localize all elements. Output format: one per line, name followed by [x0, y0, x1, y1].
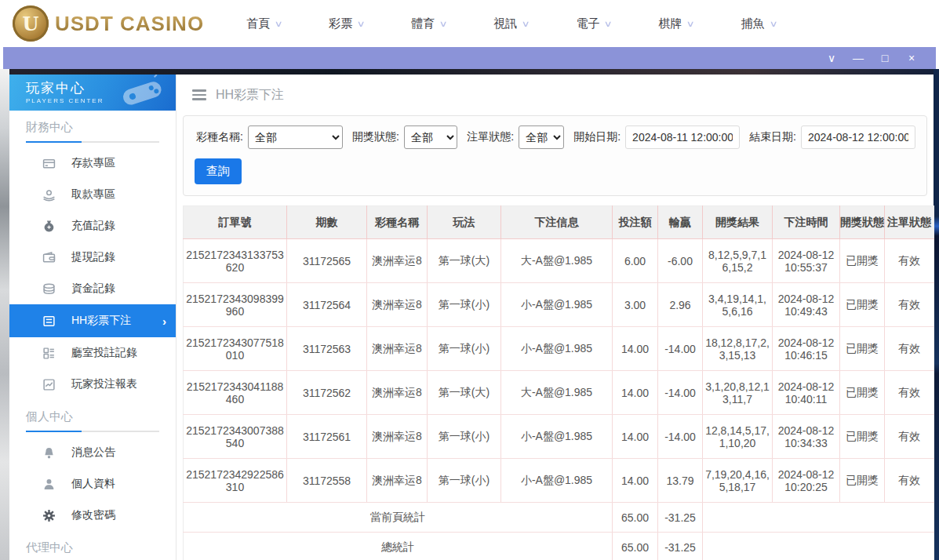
nav-item-electronic[interactable]: 電子∨: [576, 16, 611, 31]
page-summary-label: 當前頁統計: [184, 503, 613, 533]
table-cell: 已開獎: [840, 283, 885, 327]
section-divider: [26, 431, 159, 432]
order-status-label: 注單狀態:: [467, 130, 514, 144]
column-header: 期數: [287, 206, 367, 239]
column-header: 開獎狀態: [840, 206, 885, 239]
table-cell: 8,12,5,9,7,16,15,2: [703, 239, 773, 283]
sidebar: 玩家中心 PLAYERS CENTER 財務中心 存款專區: [9, 75, 177, 560]
chevron-down-icon: ∨: [522, 19, 530, 29]
deposit-card-icon: [42, 157, 56, 170]
table-cell: -14.00: [658, 327, 703, 371]
table-row: 215217234300738854031172561澳洲幸运8第一球(小)小-…: [184, 415, 934, 459]
table-cell: 13.79: [658, 459, 703, 503]
grand-summary-empty: [703, 533, 934, 560]
nav-item-home[interactable]: 首頁∨: [246, 16, 282, 31]
menu-toggle-icon[interactable]: [192, 89, 206, 100]
table-cell: 已開獎: [840, 415, 885, 459]
table-cell: 31172563: [287, 327, 367, 371]
table-cell: 14.00: [613, 371, 658, 415]
page-winloss-total: -31.25: [658, 503, 703, 533]
bet-list-icon: [42, 315, 56, 328]
lottery-name-label: 彩種名稱:: [196, 130, 243, 144]
table-cell: 2024-08-12 10:46:15: [773, 327, 840, 371]
table-cell: 6.00: [613, 239, 658, 283]
table-cell: 澳洲幸运8: [367, 327, 428, 371]
table-cell: -6.00: [658, 239, 703, 283]
sidebar-item-withdraw[interactable]: 取款專區: [9, 179, 176, 210]
table-row: 215217234313375362031172565澳洲幸运8第一球(大)大-…: [184, 239, 934, 283]
order-status-select[interactable]: 全部: [519, 125, 564, 149]
coins-icon: [42, 282, 56, 296]
table-header-row: 訂單號期數彩種名稱玩法下注信息投注額輸贏開獎結果下注時間開獎狀態注單狀態: [184, 206, 934, 239]
sidebar-item-announcements[interactable]: 消息公告: [9, 437, 176, 468]
table-cell: 2152172343041188460: [184, 371, 287, 415]
nav-item-chess[interactable]: 棋牌∨: [658, 16, 693, 31]
table-cell: 2152172342922586310: [184, 459, 287, 503]
chevron-down-icon: ∨: [769, 19, 777, 29]
chevron-down-icon: ∨: [686, 19, 695, 29]
table-cell: 2024-08-12 10:20:25: [773, 459, 840, 503]
table-cell: 3,1,20,8,12,13,11,7: [703, 371, 773, 415]
window-minimize-button[interactable]: —: [845, 47, 872, 69]
user-icon: [42, 478, 56, 491]
sidebar-item-withdraw-record[interactable]: 提現記錄: [9, 242, 176, 273]
lottery-name-select[interactable]: 全部: [248, 125, 343, 149]
sidebar-item-recharge-record[interactable]: 充值記錄: [9, 210, 176, 242]
table-cell: 14.00: [613, 459, 658, 503]
column-header: 開獎結果: [703, 206, 773, 239]
gear-icon: [42, 509, 56, 522]
table-row: 215217234309839996031172564澳洲幸运8第一球(小)小-…: [184, 283, 934, 327]
nav-item-video[interactable]: 視訊∨: [493, 16, 529, 31]
grand-summary-label: 總統計: [184, 533, 613, 560]
table-cell: 已開獎: [840, 371, 885, 415]
end-date-input[interactable]: [801, 125, 915, 149]
window-maximize-button[interactable]: □: [872, 47, 898, 69]
sidebar-item-deposit[interactable]: 存款專區: [9, 147, 176, 179]
table-cell: 2152172343077518010: [184, 327, 287, 371]
window-restore-button[interactable]: ∨: [818, 47, 845, 69]
table-cell: 小-A盤@1.985: [501, 415, 613, 459]
page-backdrop: [0, 69, 9, 560]
start-date-input[interactable]: [625, 125, 740, 149]
table-cell: 澳洲幸运8: [367, 415, 428, 459]
sidebar-item-player-bet-report[interactable]: 玩家投注報表: [9, 369, 176, 400]
table-cell: 3,4,19,14,1,5,6,16: [703, 283, 773, 327]
main-content: HH彩票下注 彩種名稱: 全部 開獎狀態: 全部 注單狀態: 全部 開始日期: …: [177, 75, 934, 560]
chevron-down-icon: ∨: [275, 19, 283, 29]
table-cell: 12,8,14,5,17,1,10,20: [703, 415, 773, 459]
table-cell: 澳洲幸运8: [367, 283, 428, 327]
table-cell: 第一球(小): [428, 283, 501, 327]
sidebar-item-room-bet-record[interactable]: 廳室投註記錄: [9, 337, 176, 369]
vertical-scrollbar[interactable]: [934, 69, 939, 560]
column-header: 訂單號: [184, 206, 287, 239]
window-close-button[interactable]: ×: [898, 47, 925, 69]
query-button[interactable]: 查詢: [195, 158, 242, 184]
nav-item-fishing[interactable]: 捕魚∨: [741, 16, 777, 31]
table-cell: 有效: [885, 283, 934, 327]
site-logo[interactable]: U USDT CASINO: [13, 5, 204, 42]
window-titlebar: ∨ — □ ×: [3, 47, 936, 69]
clipboard-list-icon: [42, 347, 56, 360]
draw-status-select[interactable]: 全部: [404, 125, 457, 149]
table-cell: 31172562: [287, 371, 367, 415]
sidebar-item-hh-lottery-bet[interactable]: HH彩票下注 ›: [9, 304, 176, 337]
table-cell: 小-A盤@1.985: [501, 459, 613, 503]
nav-item-lottery[interactable]: 彩票∨: [329, 16, 364, 31]
column-header: 玩法: [428, 206, 501, 239]
table-cell: 2152172343098399960: [184, 283, 287, 327]
grand-summary-row: 總統計 65.00 -31.25: [184, 533, 934, 560]
sidebar-item-profile[interactable]: 個人資料: [9, 468, 176, 500]
column-header: 輸贏: [658, 206, 703, 239]
sidebar-item-change-password[interactable]: 修改密碼: [9, 500, 176, 531]
logo-coin-icon: U: [13, 5, 49, 42]
nav-item-sports[interactable]: 體育∨: [411, 16, 446, 31]
start-date-label: 開始日期:: [573, 130, 621, 144]
table-row: 215217234307751801031172563澳洲幸运8第一球(小)小-…: [184, 327, 934, 371]
table-body: 215217234313375362031172565澳洲幸运8第一球(大)大-…: [184, 239, 934, 503]
player-center-window: 玩家中心 PLAYERS CENTER 財務中心 存款專區: [9, 69, 934, 560]
table-cell: 第一球(大): [428, 239, 501, 283]
draw-status-label: 開獎狀態:: [352, 130, 399, 144]
end-date-label: 結束日期:: [749, 130, 796, 144]
sidebar-item-funds-record[interactable]: 資金記錄: [9, 273, 176, 304]
table-cell: 澳洲幸运8: [367, 459, 428, 503]
